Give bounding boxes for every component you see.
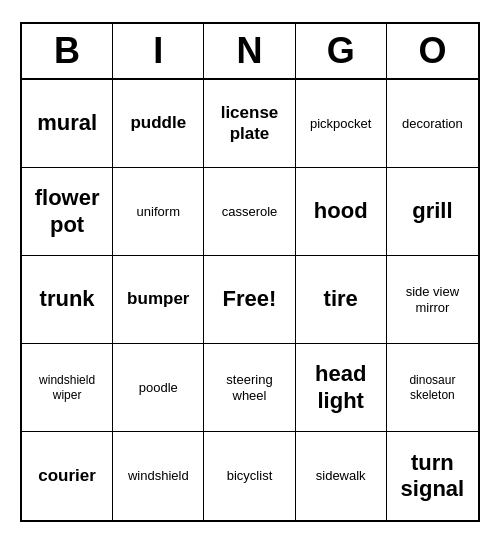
bingo-cell: uniform bbox=[113, 168, 204, 256]
cell-text: bumper bbox=[127, 289, 189, 309]
bingo-cell: bicyclist bbox=[204, 432, 295, 520]
bingo-cell: sidewalk bbox=[296, 432, 387, 520]
bingo-grid: muralpuddlelicense platepickpocketdecora… bbox=[22, 80, 478, 520]
cell-text: flower pot bbox=[26, 185, 108, 238]
bingo-cell: side view mirror bbox=[387, 256, 478, 344]
bingo-cell: pickpocket bbox=[296, 80, 387, 168]
cell-text: tire bbox=[324, 286, 358, 312]
bingo-cell: dinosaur skeleton bbox=[387, 344, 478, 432]
cell-text: casserole bbox=[222, 204, 278, 220]
bingo-card: BINGO muralpuddlelicense platepickpocket… bbox=[20, 22, 480, 522]
cell-text: uniform bbox=[137, 204, 180, 220]
bingo-cell: bumper bbox=[113, 256, 204, 344]
bingo-cell: hood bbox=[296, 168, 387, 256]
cell-text: grill bbox=[412, 198, 452, 224]
cell-text: trunk bbox=[40, 286, 95, 312]
cell-text: Free! bbox=[223, 286, 277, 312]
bingo-cell: steering wheel bbox=[204, 344, 295, 432]
cell-text: windshield wiper bbox=[26, 373, 108, 402]
header-letter: G bbox=[296, 24, 387, 78]
cell-text: turn signal bbox=[391, 450, 474, 503]
cell-text: puddle bbox=[130, 113, 186, 133]
header-letter: B bbox=[22, 24, 113, 78]
cell-text: bicyclist bbox=[227, 468, 273, 484]
bingo-cell: windshield bbox=[113, 432, 204, 520]
bingo-cell: flower pot bbox=[22, 168, 113, 256]
bingo-cell: tire bbox=[296, 256, 387, 344]
bingo-cell: puddle bbox=[113, 80, 204, 168]
bingo-cell: Free! bbox=[204, 256, 295, 344]
bingo-cell: casserole bbox=[204, 168, 295, 256]
bingo-cell: grill bbox=[387, 168, 478, 256]
cell-text: mural bbox=[37, 110, 97, 136]
bingo-cell: mural bbox=[22, 80, 113, 168]
header-letter: O bbox=[387, 24, 478, 78]
cell-text: pickpocket bbox=[310, 116, 371, 132]
bingo-cell: windshield wiper bbox=[22, 344, 113, 432]
cell-text: poodle bbox=[139, 380, 178, 396]
cell-text: sidewalk bbox=[316, 468, 366, 484]
bingo-cell: trunk bbox=[22, 256, 113, 344]
cell-text: side view mirror bbox=[391, 284, 474, 315]
bingo-cell: decoration bbox=[387, 80, 478, 168]
header-letter: I bbox=[113, 24, 204, 78]
cell-text: hood bbox=[314, 198, 368, 224]
bingo-cell: courier bbox=[22, 432, 113, 520]
cell-text: head light bbox=[300, 361, 382, 414]
header-letter: N bbox=[204, 24, 295, 78]
cell-text: decoration bbox=[402, 116, 463, 132]
cell-text: windshield bbox=[128, 468, 189, 484]
bingo-cell: poodle bbox=[113, 344, 204, 432]
cell-text: courier bbox=[38, 466, 96, 486]
bingo-cell: license plate bbox=[204, 80, 295, 168]
cell-text: dinosaur skeleton bbox=[391, 373, 474, 402]
cell-text: steering wheel bbox=[208, 372, 290, 403]
bingo-header: BINGO bbox=[22, 24, 478, 80]
cell-text: license plate bbox=[208, 103, 290, 144]
bingo-cell: turn signal bbox=[387, 432, 478, 520]
bingo-cell: head light bbox=[296, 344, 387, 432]
